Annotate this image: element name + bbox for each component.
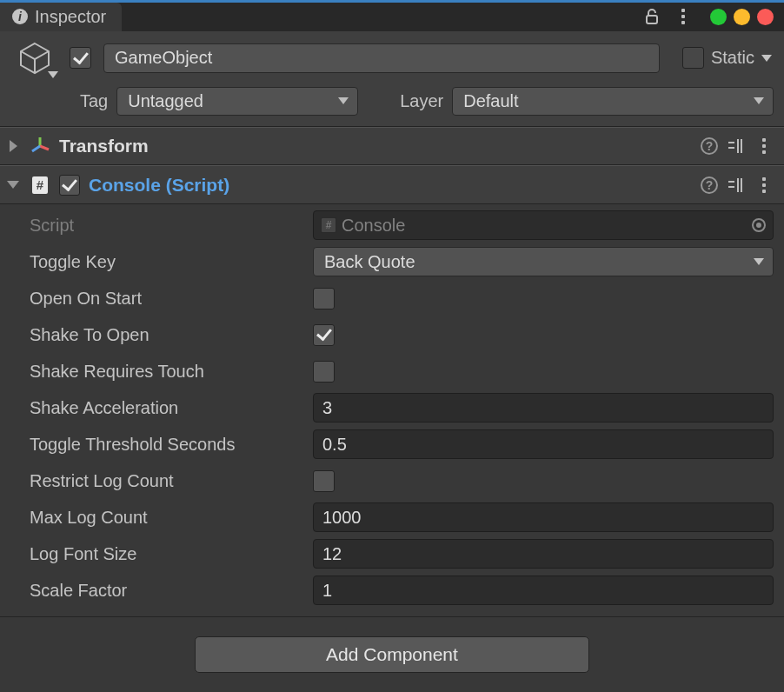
scale-factor-input[interactable] xyxy=(313,576,774,605)
prop-restrict-log-count: Restrict Log Count xyxy=(30,465,774,496)
shake-acceleration-input[interactable] xyxy=(313,393,774,423)
preset-icon[interactable] xyxy=(727,136,746,156)
prop-shake-requires-touch: Shake Requires Touch xyxy=(30,356,774,387)
open-on-start-checkbox[interactable] xyxy=(313,288,335,309)
tab-bar-right xyxy=(642,3,784,31)
gameobject-icon[interactable] xyxy=(12,40,57,77)
layer-label: Layer xyxy=(382,91,443,111)
layer-dropdown[interactable]: Default xyxy=(452,87,774,116)
shake-to-open-label: Shake To Open xyxy=(30,325,313,345)
console-component-body: Script # Console Toggle Key Back Quote O… xyxy=(0,204,784,617)
static-dropdown-icon[interactable] xyxy=(761,55,772,62)
script-field[interactable]: # Console xyxy=(313,210,774,240)
shake-requires-touch-checkbox[interactable] xyxy=(313,361,335,383)
window-dot-red[interactable] xyxy=(757,9,774,25)
gameobject-enabled-checkbox[interactable] xyxy=(70,47,91,69)
log-font-size-label: Log Font Size xyxy=(30,544,313,564)
console-component-header[interactable]: # Console (Script) ? xyxy=(0,165,784,204)
shake-to-open-checkbox[interactable] xyxy=(313,324,335,346)
prop-toggle-threshold: Toggle Threshold Seconds xyxy=(30,429,774,460)
shake-requires-touch-label: Shake Requires Touch xyxy=(30,362,313,382)
shake-acceleration-label: Shake Acceleration xyxy=(30,398,313,418)
script-mini-icon: # xyxy=(321,217,336,233)
component-menu-icon[interactable] xyxy=(754,176,774,195)
gameobject-name-input[interactable] xyxy=(103,43,660,73)
window-controls xyxy=(710,9,774,25)
script-value: Console xyxy=(342,216,405,236)
svg-rect-0 xyxy=(647,16,657,23)
chevron-down-icon xyxy=(48,71,58,78)
prop-max-log-count: Max Log Count xyxy=(30,502,774,533)
static-label: Static xyxy=(711,48,754,68)
scale-factor-label: Scale Factor xyxy=(30,581,313,601)
restrict-log-count-label: Restrict Log Count xyxy=(30,471,313,491)
toggle-key-value: Back Quote xyxy=(324,252,415,272)
inspector-tab[interactable]: i Inspector xyxy=(0,3,122,31)
svg-line-2 xyxy=(40,146,49,150)
lock-icon[interactable] xyxy=(642,7,661,26)
prop-shake-to-open: Shake To Open xyxy=(30,319,774,350)
add-component-button[interactable]: Add Component xyxy=(195,636,589,673)
gameobject-header: Static Tag Untagged Layer Default xyxy=(0,31,784,127)
transform-title: Transform xyxy=(59,136,149,156)
chevron-down-icon xyxy=(754,97,764,104)
log-font-size-input[interactable] xyxy=(313,539,774,569)
tab-title: Inspector xyxy=(35,7,106,27)
prop-scale-factor: Scale Factor xyxy=(30,575,774,606)
tag-label: Tag xyxy=(80,91,108,111)
console-title[interactable]: Console (Script) xyxy=(89,175,229,196)
toggle-key-label: Toggle Key xyxy=(30,252,313,272)
restrict-log-count-checkbox[interactable] xyxy=(313,470,335,492)
foldout-collapsed-icon[interactable] xyxy=(5,140,21,152)
svg-text:#: # xyxy=(37,177,44,192)
tab-menu-icon[interactable] xyxy=(674,7,693,26)
info-icon: i xyxy=(12,9,28,24)
open-on-start-label: Open On Start xyxy=(30,289,313,309)
prop-shake-acceleration: Shake Acceleration xyxy=(30,392,774,423)
prop-open-on-start: Open On Start xyxy=(30,283,774,314)
chevron-down-icon xyxy=(754,258,764,265)
object-picker-icon[interactable] xyxy=(752,218,766,232)
chevron-down-icon xyxy=(338,97,349,104)
script-label: Script xyxy=(30,216,313,236)
prop-toggle-key: Toggle Key Back Quote xyxy=(30,246,774,277)
console-enabled-checkbox[interactable] xyxy=(59,175,80,196)
prop-script: Script # Console xyxy=(30,210,774,241)
window-dot-yellow[interactable] xyxy=(734,9,750,25)
preset-icon[interactable] xyxy=(727,176,746,195)
tag-dropdown[interactable]: Untagged xyxy=(116,87,358,116)
transform-component-header[interactable]: Transform ? xyxy=(0,127,784,166)
help-icon[interactable]: ? xyxy=(701,137,718,155)
static-checkbox[interactable] xyxy=(682,47,704,69)
toggle-key-dropdown[interactable]: Back Quote xyxy=(313,247,774,276)
svg-line-3 xyxy=(32,146,40,151)
help-icon[interactable]: ? xyxy=(701,176,718,194)
component-menu-icon[interactable] xyxy=(754,136,774,156)
layer-value: Default xyxy=(463,91,518,111)
foldout-expanded-icon[interactable] xyxy=(5,181,21,189)
transform-icon xyxy=(30,136,50,156)
max-log-count-label: Max Log Count xyxy=(30,508,313,528)
window-dot-green[interactable] xyxy=(710,9,727,25)
tab-bar: i Inspector xyxy=(0,0,784,31)
max-log-count-input[interactable] xyxy=(313,502,774,532)
inspector-panel: i Inspector xyxy=(0,0,784,692)
prop-log-font-size: Log Font Size xyxy=(30,538,774,569)
add-component-area: Add Component xyxy=(0,617,784,692)
toggle-threshold-input[interactable] xyxy=(313,429,774,459)
script-icon: # xyxy=(30,175,50,196)
tag-value: Untagged xyxy=(128,91,203,111)
add-component-label: Add Component xyxy=(326,644,458,665)
toggle-threshold-label: Toggle Threshold Seconds xyxy=(30,435,313,455)
